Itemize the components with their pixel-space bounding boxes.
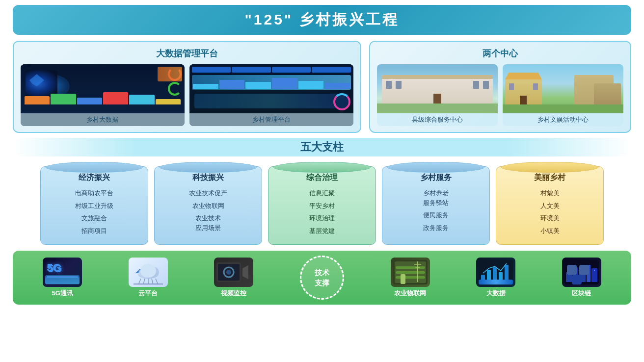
support-video: 视频监控	[214, 258, 253, 298]
svg-rect-31	[573, 267, 578, 282]
pillar-economy-cylinder: 经济振兴 电商助农平台 村级工业升级 文旅融合 招商项目	[40, 166, 148, 245]
pillar-governance-wrapper: 综合治理 信息汇聚 平安乡村 环境治理 基层党建	[268, 161, 376, 245]
svg-point-12	[226, 270, 231, 275]
pillar-service-title: 乡村服务	[387, 173, 484, 183]
pillar-governance-item-3: 环境治理	[273, 212, 371, 225]
svg-rect-17	[396, 271, 425, 274]
pillar-tech-wrapper: 科技振兴 农业技术促产 农业物联网 农业技术应用场景	[154, 161, 262, 245]
5g-text: 5G	[47, 261, 61, 274]
cloud-label: 云平台	[138, 289, 158, 298]
svg-line-7	[152, 279, 153, 284]
rural-center-box: 乡村文娱活动中心	[503, 64, 623, 126]
mgmt-screen	[189, 64, 353, 113]
pillar-tech-cylinder: 科技振兴 农业技术促产 农业物联网 农业技术应用场景	[154, 166, 262, 245]
pillar-economy-item-3: 文旅融合	[46, 212, 143, 225]
svg-line-5	[143, 279, 145, 284]
svg-rect-16	[396, 266, 425, 269]
svg-line-40	[569, 269, 575, 274]
pillar-governance-item-2: 平安乡村	[273, 200, 371, 212]
svg-rect-30	[566, 272, 572, 282]
pillar-service-item-1: 乡村养老服务驿站	[387, 187, 484, 209]
iot-label: 农业物联网	[394, 289, 426, 298]
village-data-box: 乡村大数据	[21, 64, 185, 126]
pillars-title: 五大支柱	[300, 141, 344, 153]
svg-point-39	[594, 270, 595, 271]
pillar-service-item-3: 政务服务	[387, 222, 484, 234]
tech-support-text-2: 支撑	[315, 278, 329, 288]
bigdata-svg	[476, 258, 515, 287]
svg-point-35	[568, 274, 569, 275]
video-svg	[214, 258, 253, 287]
iot-icon-box	[391, 258, 430, 287]
blockchain-icon-box	[562, 258, 601, 287]
county-center-box: 县级综合服务中心	[377, 64, 498, 126]
pillar-service-item-2: 便民服务	[387, 209, 484, 222]
building-body-county	[382, 75, 493, 104]
two-centers-panel: 两个中心 县级综合服务中心	[369, 41, 631, 133]
svg-line-4	[138, 279, 141, 284]
two-centers-title: 两个中心	[377, 48, 623, 59]
blockchain-svg	[562, 258, 601, 287]
rural-side-building	[594, 83, 621, 105]
support-cloud: 云平台	[129, 258, 168, 298]
support-blockchain: 区块链	[562, 258, 601, 298]
pillar-governance-title: 综合治理	[273, 173, 371, 183]
pillar-beautiful: 美丽乡村 村貌美 人文美 环境美 小镇美	[496, 161, 604, 245]
pillar-governance-item-1: 信息汇聚	[273, 187, 371, 200]
pillar-beautiful-item-1: 村貌美	[501, 187, 598, 200]
pillar-economy-wrapper: 经济振兴 电商助农平台 村级工业升级 文旅融合 招商项目	[40, 161, 148, 245]
pillar-service: 乡村服务 乡村养老服务驿站 便民服务 政务服务	[382, 161, 490, 245]
pillar-economy-item-2: 村级工业升级	[46, 200, 143, 212]
blockchain-label: 区块链	[572, 289, 591, 298]
bigdata-label: 大数据	[486, 289, 506, 298]
svg-line-8	[156, 279, 158, 284]
pillar-beautiful-title: 美丽乡村	[501, 173, 598, 183]
bars-visual	[25, 91, 181, 104]
svg-rect-26	[499, 272, 503, 282]
county-building	[377, 64, 498, 113]
pillars-row: 经济振兴 电商助农平台 村级工业升级 文旅融合 招商项目 科技振兴 农业技术促产…	[13, 161, 631, 245]
pillar-service-cylinder: 乡村服务 乡村养老服务驿站 便民服务 政务服务	[382, 166, 490, 245]
video-label: 视频监控	[221, 289, 246, 298]
mgmt-label: 乡村管理平台	[189, 113, 353, 126]
pillars-title-container: 五大支柱	[13, 138, 631, 156]
iot-svg	[391, 258, 430, 287]
pillar-governance-item-4: 基层党建	[273, 225, 371, 237]
chart-circle-1	[168, 67, 182, 81]
county-center-label: 县级综合服务中心	[377, 113, 498, 126]
big-data-panel: 大数据管理平台	[13, 41, 361, 133]
svg-point-36	[575, 269, 576, 270]
mgmt-platform-box: 乡村管理平台	[189, 64, 353, 126]
support-section: 5G 5G通讯	[13, 251, 631, 305]
pillar-beautiful-item-3: 环境美	[501, 212, 598, 225]
svg-rect-24	[487, 270, 491, 282]
mgmt-donut-chart	[333, 93, 350, 110]
svg-rect-18	[396, 276, 425, 279]
pillar-governance-cylinder: 综合治理 信息汇聚 平安乡村 环境治理 基层党建	[268, 166, 376, 245]
center-images: 县级综合服务中心	[377, 64, 623, 126]
top-section: 大数据管理平台	[13, 41, 631, 133]
pillar-beautiful-wrapper: 美丽乡村 村貌美 人文美 环境美 小镇美	[496, 161, 604, 245]
tech-support-center: 技术 支撑	[300, 256, 344, 300]
pillar-economy: 经济振兴 电商助农平台 村级工业升级 文旅融合 招商项目	[40, 161, 148, 245]
video-icon-box	[214, 258, 253, 287]
svg-rect-25	[493, 267, 497, 282]
pillar-tech-title: 科技振兴	[160, 173, 257, 183]
pillar-tech: 科技振兴 农业技术促产 农业物联网 农业技术应用场景	[154, 161, 262, 245]
mgmt-top-bar	[192, 67, 351, 73]
svg-point-3	[140, 264, 156, 278]
rural-building	[503, 64, 623, 113]
pillar-tech-item-1: 农业技术促产	[160, 187, 257, 200]
pillars-title-bg: 五大支柱	[13, 138, 631, 156]
pillar-governance: 综合治理 信息汇聚 平安乡村 环境治理 基层党建	[268, 161, 376, 245]
svg-rect-33	[587, 265, 590, 282]
svg-rect-27	[505, 265, 509, 282]
big-data-title: 大数据管理平台	[21, 48, 353, 59]
pillar-economy-title: 经济振兴	[46, 173, 143, 183]
support-5g: 5G 5G通讯	[43, 258, 82, 298]
5g-base	[45, 275, 80, 284]
main-container: "125" 乡村振兴工程 大数据管理平台	[13, 0, 631, 310]
pillar-economy-item-1: 电商助农平台	[46, 187, 143, 200]
mgmt-chart	[192, 75, 351, 90]
pillar-beautiful-cylinder: 美丽乡村 村貌美 人文美 环境美 小镇美	[496, 166, 604, 245]
